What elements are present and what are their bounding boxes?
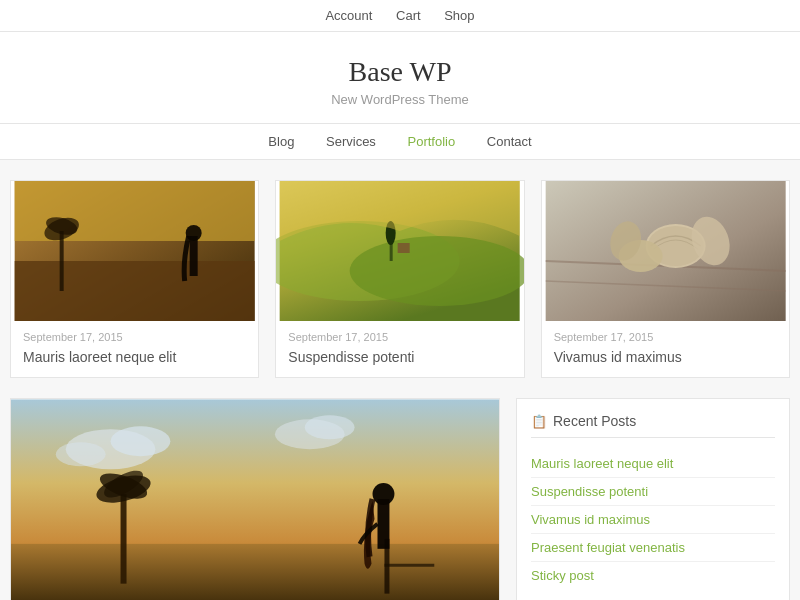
svg-point-25 [111, 426, 171, 456]
post-image-1 [11, 181, 258, 321]
post-2-title: Suspendisse potenti [276, 347, 523, 377]
post-image-svg-1 [11, 181, 258, 321]
recent-post-item-2[interactable]: Suspendisse potenti [531, 478, 775, 506]
nav-contact[interactable]: Contact [487, 134, 532, 149]
post-1-title: Mauris laoreet neque elit [11, 347, 258, 377]
svg-rect-6 [190, 236, 198, 276]
post-3-title: Vivamus id maximus [542, 347, 789, 377]
svg-point-26 [56, 442, 106, 466]
nav-blog[interactable]: Blog [268, 134, 294, 149]
svg-point-36 [373, 483, 395, 505]
main-nav: Blog Services Portfolio Contact [0, 123, 800, 160]
page-content: September 17, 2015 Mauris laoreet neque … [0, 160, 800, 600]
widget-title: 📋 Recent Posts [531, 413, 775, 438]
svg-rect-29 [121, 494, 127, 584]
svg-point-28 [305, 415, 355, 439]
posts-grid: September 17, 2015 Mauris laoreet neque … [10, 180, 790, 378]
post-2-date: September 17, 2015 [276, 321, 523, 347]
recent-posts-list: Mauris laoreet neque elit Suspendisse po… [531, 450, 775, 589]
nav-services[interactable]: Services [326, 134, 376, 149]
account-link[interactable]: Account [325, 8, 372, 23]
site-title: Base WP [0, 56, 800, 88]
sidebar: 📋 Recent Posts Mauris laoreet neque elit… [516, 398, 790, 600]
nav-portfolio[interactable]: Portfolio [408, 134, 456, 149]
cart-link[interactable]: Cart [396, 8, 421, 23]
post-3-date: September 17, 2015 [542, 321, 789, 347]
featured-post[interactable] [10, 398, 500, 600]
widget-icon: 📋 [531, 414, 547, 429]
recent-posts-widget: 📋 Recent Posts Mauris laoreet neque elit… [516, 398, 790, 600]
post-card-3[interactable]: September 17, 2015 Vivamus id maximus [541, 180, 790, 378]
svg-rect-34 [384, 564, 434, 567]
post-1-date: September 17, 2015 [11, 321, 258, 347]
svg-rect-3 [60, 231, 64, 291]
widget-title-text: Recent Posts [553, 413, 636, 429]
svg-rect-23 [11, 544, 499, 600]
featured-image-svg [11, 399, 499, 600]
recent-post-item-4[interactable]: Praesent feugiat venenatis [531, 534, 775, 562]
svg-rect-2 [15, 261, 255, 321]
svg-rect-35 [377, 499, 389, 549]
post-image-3 [542, 181, 789, 321]
post-card-1[interactable]: September 17, 2015 Mauris laoreet neque … [10, 180, 259, 378]
shop-link[interactable]: Shop [444, 8, 474, 23]
svg-point-10 [350, 236, 524, 306]
top-bar: Account Cart Shop [0, 0, 800, 32]
site-tagline: New WordPress Theme [0, 92, 800, 107]
post-image-svg-2 [276, 181, 523, 321]
post-image-svg-3 [542, 181, 789, 321]
post-card-2[interactable]: September 17, 2015 Suspendisse potenti [275, 180, 524, 378]
featured-image [11, 399, 499, 600]
bottom-section: 📋 Recent Posts Mauris laoreet neque elit… [10, 398, 790, 600]
post-image-2 [276, 181, 523, 321]
recent-post-item-5[interactable]: Sticky post [531, 562, 775, 589]
site-header: Base WP New WordPress Theme [0, 32, 800, 123]
svg-rect-13 [398, 243, 410, 253]
recent-post-item-1[interactable]: Mauris laoreet neque elit [531, 450, 775, 478]
recent-post-item-3[interactable]: Vivamus id maximus [531, 506, 775, 534]
